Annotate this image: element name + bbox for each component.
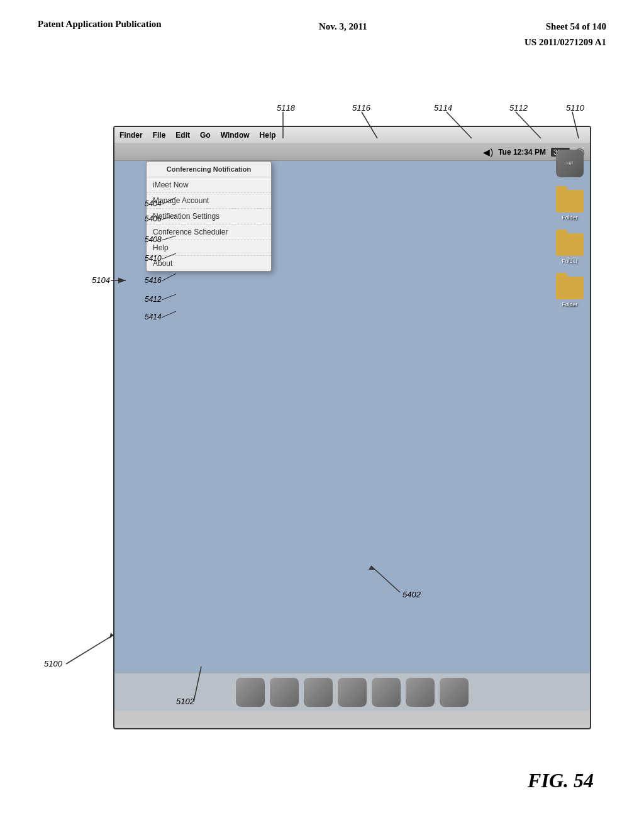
folder-2[interactable]: Folder xyxy=(556,233,584,264)
app-icon-hp[interactable]: HP xyxy=(556,150,584,177)
folder-label-2: Folder xyxy=(562,258,578,264)
folder-icon-2 xyxy=(556,233,584,256)
page-header: Patent Application Publication Nov. 3, 2… xyxy=(38,18,606,48)
label-5110: 5110 xyxy=(566,103,585,113)
dock-icon-6[interactable] xyxy=(406,678,435,707)
dropdown-menu: Conferencing Notification iMeet Now Mana… xyxy=(146,161,272,272)
label-5116: 5116 xyxy=(352,103,371,113)
desktop: ◀) Tue 12:34 PM 30% ◯ HP Folder Folder xyxy=(114,143,590,711)
svg-line-13 xyxy=(66,635,113,664)
status-time: Tue 12:34 PM xyxy=(498,148,546,157)
menubar-file[interactable]: File xyxy=(153,131,166,140)
folder-label-3: Folder xyxy=(562,301,578,307)
folder-icon-3 xyxy=(556,277,584,299)
menubar-finder[interactable]: Finder xyxy=(119,131,143,140)
menubar-go[interactable]: Go xyxy=(200,131,211,140)
dock-icon-7[interactable] xyxy=(440,678,469,707)
dock-icon-3[interactable] xyxy=(304,678,333,707)
publication-title: Patent Application Publication xyxy=(38,18,162,31)
diagram-area: Finder File Edit Go Window Help ◀) Tue 1… xyxy=(38,75,606,767)
menubar-window[interactable]: Window xyxy=(221,131,250,140)
dropdown-item-help[interactable]: Help xyxy=(147,240,271,256)
menubar: Finder File Edit Go Window Help xyxy=(114,127,590,143)
dropdown-item-imeet-now[interactable]: iMeet Now xyxy=(147,177,271,193)
dock xyxy=(114,673,590,711)
label-5100: 5100 xyxy=(44,659,63,668)
sheet-number: Sheet 54 of 140 xyxy=(546,18,606,32)
label-5114: 5114 xyxy=(434,103,452,113)
folder-1[interactable]: Folder xyxy=(556,190,584,221)
figure-label: FIG. 54 xyxy=(528,769,594,792)
dropdown-header: Conferencing Notification xyxy=(147,162,271,177)
folder-3[interactable]: Folder xyxy=(556,277,584,307)
dropdown-item-about[interactable]: About xyxy=(147,256,271,271)
label-5104: 5104 xyxy=(92,275,110,285)
dropdown-item-notification-settings[interactable]: Notification Settings xyxy=(147,209,271,224)
dropdown-item-conference-scheduler[interactable]: Conference Scheduler xyxy=(147,224,271,240)
label-5118: 5118 xyxy=(277,103,296,113)
publication-date: Nov. 3, 2011 xyxy=(319,18,367,32)
menubar-edit[interactable]: Edit xyxy=(175,131,190,140)
hp-app: HP xyxy=(556,150,584,177)
dock-icon-1[interactable] xyxy=(236,678,265,707)
menubar-help[interactable]: Help xyxy=(260,131,276,140)
patent-number: US 2011/0271209 A1 xyxy=(525,33,606,48)
wifi-icon: ◀) xyxy=(483,147,493,157)
folder-icon-1 xyxy=(556,190,584,213)
dropdown-item-manage-account[interactable]: Manage Account xyxy=(147,193,271,209)
status-bar: ◀) Tue 12:34 PM 30% ◯ xyxy=(114,143,590,161)
dock-icon-4[interactable] xyxy=(338,678,367,707)
dock-icon-2[interactable] xyxy=(270,678,299,707)
dock-icon-5[interactable] xyxy=(372,678,401,707)
folder-label-1: Folder xyxy=(562,214,578,221)
desktop-icons: HP Folder Folder Folder xyxy=(556,150,584,307)
label-5112: 5112 xyxy=(509,103,528,113)
mac-screenshot: Finder File Edit Go Window Help ◀) Tue 1… xyxy=(113,126,591,729)
